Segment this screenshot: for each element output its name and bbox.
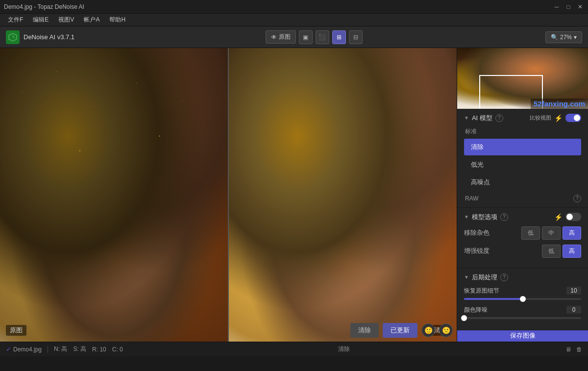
remove-noise-row: 移除杂色 低 中 高 — [464, 226, 581, 240]
eye-icon: 👁 — [271, 34, 277, 41]
model-options-toggle[interactable] — [565, 213, 581, 221]
maximize-button[interactable]: □ — [564, 3, 572, 11]
menubar: 文件F 编辑E 视图V 帐户A 帮助H — [0, 14, 588, 26]
thumbnail-area: 52fanxing.com — [457, 48, 588, 109]
ai-model-chevron-icon: ▼ — [464, 115, 469, 121]
recover-detail-thumb[interactable] — [520, 296, 526, 302]
ai-model-help-button[interactable]: ? — [495, 114, 503, 122]
original-btn-label: 原图 — [279, 33, 291, 41]
model-standard-label: 标准 — [464, 127, 581, 136]
split-horizontal-button[interactable]: ⊞ — [332, 30, 346, 44]
side-by-side-button[interactable]: ⊟ — [349, 30, 363, 44]
image-right-content — [229, 48, 457, 342]
zoom-level: 27% — [560, 34, 572, 41]
update-button[interactable]: 已更新 — [383, 323, 417, 338]
ai-model-header: ▼ AI 模型 ? 比较视图 ⚡ — [464, 114, 581, 123]
raw-help-button[interactable]: ? — [573, 195, 581, 202]
recover-detail-fill — [464, 298, 523, 300]
model-low-light-option[interactable]: 低光 — [464, 156, 581, 173]
post-processing-header: ▼ 后期处理 ? — [464, 273, 581, 282]
ai-model-title: AI 模型 — [472, 114, 492, 123]
status-filename: Demo4.jpg — [13, 346, 42, 353]
color-denoise-label-row: 颜色降噪 0 — [464, 306, 581, 314]
close-button[interactable]: ✕ — [576, 3, 584, 11]
thumbs-down-icon[interactable]: 🙁 — [439, 323, 453, 337]
menu-edit[interactable]: 编辑E — [29, 15, 52, 25]
menu-file[interactable]: 文件F — [4, 15, 27, 25]
status-r: R: 10 — [92, 346, 106, 353]
trash-icon[interactable]: 🗑 — [576, 346, 582, 353]
image-left-content — [0, 48, 228, 342]
color-denoise-label: 颜色降噪 — [464, 306, 488, 314]
color-denoise-track[interactable] — [464, 317, 581, 319]
color-denoise-slider-row: 颜色降噪 0 — [464, 306, 581, 319]
filebar-area: ✓ Demo4.jpg — [6, 346, 42, 353]
zoom-control[interactable]: 🔍 27% ▾ — [545, 31, 582, 43]
toolbar-center: 👁 原图 ▣ ⬛ ⊞ ⊟ — [266, 30, 363, 44]
split-vertical-button[interactable]: ⬛ — [316, 30, 329, 44]
screen-icon[interactable]: 🖥 — [565, 346, 571, 353]
noise-low-button[interactable]: 低 — [521, 226, 540, 240]
zoom-icon: 🔍 — [551, 34, 558, 41]
window-controls: ─ □ ✕ — [553, 3, 584, 11]
canvas-area[interactable]: 原图 清除 清除 已更新 🙂 🙁 — [0, 48, 457, 342]
svg-marker-1 — [13, 35, 15, 38]
status-s: S: 高 — [73, 345, 86, 353]
watermark: 52fanxing.com — [531, 99, 588, 109]
zoom-chevron-icon: ▾ — [574, 34, 577, 41]
raw-row: RAW ? — [464, 195, 581, 202]
enhance-sharpness-options: 低 高 — [542, 245, 581, 258]
status-action-icons: 🖥 🗑 — [565, 346, 582, 353]
titlebar: Demo4.jpg - Topaz DeNoise AI ─ □ ✕ — [0, 0, 588, 14]
thumbs-up-icon[interactable]: 🙂 — [421, 323, 435, 337]
compare-toggle[interactable] — [565, 114, 581, 122]
recover-detail-track[interactable] — [464, 298, 581, 300]
window-title: Demo4.jpg - Topaz DeNoise AI — [4, 3, 84, 10]
app-logo — [6, 30, 20, 44]
process-overlay: 清除 已更新 🙂 🙁 — [350, 323, 453, 338]
sharp-high-button[interactable]: 高 — [563, 245, 581, 258]
status-c: C: 0 — [112, 346, 123, 353]
image-left: 原图 — [0, 48, 229, 342]
toolbar: DeNoise AI v3.7.1 👁 原图 ▣ ⬛ ⊞ ⊟ 🔍 27% ▾ — [0, 26, 588, 48]
recover-detail-label-row: 恢复原图细节 10 — [464, 287, 581, 295]
menu-account[interactable]: 帐户A — [80, 15, 103, 25]
sidebar: 52fanxing.com ▼ AI 模型 ? 比较视图 ⚡ 标准 清除 低光 … — [457, 48, 588, 342]
split-view: 原图 清除 清除 已更新 🙂 🙁 — [0, 48, 457, 342]
svg-rect-2 — [0, 48, 228, 342]
status-mode: 清除 — [338, 345, 350, 353]
recover-detail-slider-row: 恢复原图细节 10 — [464, 287, 581, 300]
status-separator-1 — [48, 346, 48, 353]
post-processing-chevron-icon: ▼ — [464, 274, 469, 280]
model-high-noise-option[interactable]: 高噪点 — [464, 174, 581, 191]
model-options-chevron-icon: ▼ — [464, 214, 469, 220]
post-processing-title: 后期处理 — [472, 273, 497, 282]
model-options-help-button[interactable]: ? — [500, 213, 508, 221]
enhance-sharpness-row: 增强锐度 低 高 — [464, 245, 581, 258]
ai-model-section: ▼ AI 模型 ? 比较视图 ⚡ 标准 清除 低光 高噪点 RAW ? — [457, 109, 588, 208]
noise-mid-button[interactable]: 中 — [542, 226, 561, 240]
single-view-button[interactable]: ▣ — [299, 30, 313, 44]
color-denoise-value: 0 — [566, 306, 581, 314]
post-processing-section: ▼ 后期处理 ? 恢复原图细节 10 颜色降噪 0 — [457, 268, 588, 330]
statusbar: ✓ Demo4.jpg N: 高 S: 高 R: 10 C: 0 清除 🖥 🗑 — [0, 342, 588, 356]
model-options-header: ▼ 模型选项 ? ⚡ — [464, 213, 581, 222]
recover-detail-value: 10 — [566, 287, 581, 295]
save-button[interactable]: 保存图像 — [457, 330, 588, 342]
clear-button[interactable]: 清除 — [350, 323, 379, 338]
color-denoise-thumb[interactable] — [461, 315, 467, 321]
sharp-low-button[interactable]: 低 — [542, 245, 561, 258]
main-area: 原图 清除 清除 已更新 🙂 🙁 52fanxing.com — [0, 48, 588, 342]
minimize-button[interactable]: ─ — [553, 3, 561, 11]
post-processing-help-button[interactable]: ? — [500, 273, 508, 281]
check-icon: ✓ — [6, 346, 11, 353]
raw-label: RAW — [464, 195, 479, 202]
noise-high-button[interactable]: 高 — [563, 226, 581, 240]
menu-help[interactable]: 帮助H — [105, 15, 129, 25]
original-view-button[interactable]: 👁 原图 — [266, 30, 296, 44]
model-options-lightning-icon: ⚡ — [554, 213, 563, 221]
compare-view-label[interactable]: 比较视图 — [530, 114, 551, 122]
model-clear-option[interactable]: 清除 — [464, 139, 581, 155]
menu-view[interactable]: 视图V — [54, 15, 78, 25]
enhance-sharpness-label: 增强锐度 — [464, 247, 498, 255]
